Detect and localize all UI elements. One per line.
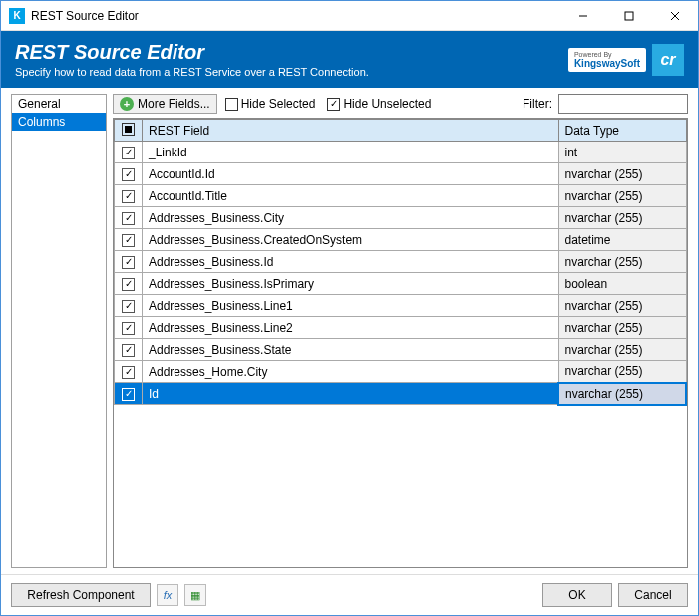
cell-rest-field: AccountId.Id	[143, 163, 559, 185]
cell-data-type[interactable]: datetime	[558, 229, 686, 251]
checkbox-icon: ✓	[122, 344, 135, 357]
cell-rest-field: Addresses_Business.City	[143, 207, 559, 229]
app-icon: K	[9, 8, 25, 24]
cell-data-type[interactable]: nvarchar (255)	[558, 185, 686, 207]
checkbox-icon: ✓	[122, 366, 135, 379]
more-fields-button[interactable]: + More Fields...	[113, 94, 217, 114]
table-row[interactable]: ✓Addresses_Business.Citynvarchar (255)	[115, 207, 687, 229]
app-window: K REST Source Editor REST Source Editor …	[0, 0, 699, 616]
maximize-button[interactable]	[606, 1, 652, 31]
titlebar: K REST Source Editor	[1, 1, 698, 31]
cell-rest-field: Addresses_Business.IsPrimary	[143, 273, 559, 295]
row-checkbox[interactable]: ✓	[115, 383, 143, 405]
row-checkbox[interactable]: ✓	[115, 295, 143, 317]
table-row[interactable]: ✓Addresses_Home.Citynvarchar (255)	[115, 361, 687, 383]
svg-rect-1	[625, 12, 633, 20]
filter-input[interactable]	[558, 94, 688, 114]
plus-icon: +	[120, 97, 134, 111]
sidebar-item-general[interactable]: General	[12, 95, 106, 113]
cell-data-type[interactable]: nvarchar (255)	[558, 317, 686, 339]
checkbox-icon: ✓	[122, 300, 135, 313]
window-controls	[560, 1, 698, 31]
close-button[interactable]	[652, 1, 698, 31]
sidebar: General Columns	[11, 94, 107, 568]
columns-grid: REST Field Data Type ✓_LinkIdint✓Account…	[113, 118, 688, 568]
cell-data-type[interactable]: nvarchar (255)	[558, 251, 686, 273]
fx-icon: fx	[164, 589, 173, 601]
row-checkbox[interactable]: ✓	[115, 317, 143, 339]
filter-label: Filter:	[523, 97, 552, 111]
cell-rest-field: Addresses_Business.Line1	[143, 295, 559, 317]
table-row[interactable]: ✓Addresses_Business.CreatedOnSystemdatet…	[115, 229, 687, 251]
cell-data-type[interactable]: int	[558, 142, 686, 163]
cell-rest-field: Addresses_Business.Line2	[143, 317, 559, 339]
cell-rest-field: Addresses_Business.CreatedOnSystem	[143, 229, 559, 251]
header-data-type[interactable]: Data Type	[558, 120, 686, 142]
kingswaysoft-logo: Powered By KingswaySoft	[568, 48, 646, 72]
minimize-button[interactable]	[560, 1, 606, 31]
expression-button[interactable]: fx	[157, 584, 178, 606]
row-checkbox[interactable]: ✓	[115, 207, 143, 229]
checkbox-icon: ✓	[122, 234, 135, 247]
table-row[interactable]: ✓AccountId.Idnvarchar (255)	[115, 163, 687, 185]
row-checkbox[interactable]: ✓	[115, 339, 143, 361]
row-checkbox[interactable]: ✓	[115, 229, 143, 251]
cell-data-type[interactable]: nvarchar (255)	[558, 207, 686, 229]
header-subtitle: Specify how to read data from a REST Ser…	[15, 66, 568, 78]
table-row[interactable]: ✓Addresses_Business.IsPrimaryboolean	[115, 273, 687, 295]
checkbox-icon: ✓	[122, 256, 135, 269]
window-title: REST Source Editor	[31, 9, 560, 23]
body: General Columns + More Fields... Hide Se…	[1, 88, 698, 574]
checkbox-icon: ✓	[122, 147, 135, 159]
cell-data-type[interactable]: nvarchar (255)	[558, 383, 686, 405]
main-panel: + More Fields... Hide Selected ✓ Hide Un…	[113, 94, 688, 568]
cell-data-type[interactable]: nvarchar (255)	[558, 163, 686, 185]
table-row[interactable]: ✓_LinkIdint	[115, 142, 687, 163]
table-row[interactable]: ✓Addresses_Business.Statenvarchar (255)	[115, 339, 687, 361]
cell-rest-field: Addresses_Business.Id	[143, 251, 559, 273]
table-row[interactable]: ✓Idnvarchar (255)	[115, 383, 687, 405]
table-row[interactable]: ✓Addresses_Business.Line2nvarchar (255)	[115, 317, 687, 339]
checkbox-icon: ✓	[122, 278, 135, 291]
row-checkbox[interactable]: ✓	[115, 251, 143, 273]
refresh-component-button[interactable]: Refresh Component	[11, 583, 151, 607]
cell-rest-field: Addresses_Home.City	[143, 361, 559, 383]
hide-selected-checkbox[interactable]: Hide Selected	[221, 97, 320, 111]
cell-rest-field: AccountId.Title	[143, 185, 559, 207]
cell-data-type[interactable]: nvarchar (255)	[558, 339, 686, 361]
sidebar-item-columns[interactable]: Columns	[12, 113, 106, 131]
checkbox-icon	[225, 98, 238, 111]
row-checkbox[interactable]: ✓	[115, 273, 143, 295]
cell-rest-field: Addresses_Business.State	[143, 339, 559, 361]
table-row[interactable]: ✓AccountId.Titlenvarchar (255)	[115, 185, 687, 207]
header-banner: REST Source Editor Specify how to read d…	[1, 31, 698, 88]
cell-rest-field: Id	[143, 383, 559, 405]
row-checkbox[interactable]: ✓	[115, 163, 143, 185]
checkbox-icon: ✓	[122, 388, 135, 401]
row-checkbox[interactable]: ✓	[115, 142, 143, 163]
checkbox-icon: ✓	[122, 212, 135, 225]
cell-rest-field: _LinkId	[143, 142, 559, 163]
row-checkbox[interactable]: ✓	[115, 185, 143, 207]
hide-unselected-checkbox[interactable]: ✓ Hide Unselected	[323, 97, 435, 111]
cell-data-type[interactable]: nvarchar (255)	[558, 295, 686, 317]
toolbar: + More Fields... Hide Selected ✓ Hide Un…	[113, 94, 688, 118]
checkbox-icon: ✓	[122, 322, 135, 335]
mapping-icon: ▦	[190, 589, 200, 602]
cell-data-type[interactable]: nvarchar (255)	[558, 361, 686, 383]
cell-data-type[interactable]: boolean	[558, 273, 686, 295]
row-checkbox[interactable]: ✓	[115, 361, 143, 383]
header-title: REST Source Editor	[15, 41, 568, 64]
checkbox-icon: ✓	[122, 168, 135, 181]
cancel-button[interactable]: Cancel	[618, 583, 688, 607]
table-row[interactable]: ✓Addresses_Business.Idnvarchar (255)	[115, 251, 687, 273]
footer: Refresh Component fx ▦ OK Cancel	[1, 574, 698, 615]
header-rest-field[interactable]: REST Field	[143, 120, 559, 142]
checkbox-icon: ✓	[122, 190, 135, 203]
ok-button[interactable]: OK	[542, 583, 612, 607]
table-row[interactable]: ✓Addresses_Business.Line1nvarchar (255)	[115, 295, 687, 317]
header-select-all[interactable]	[115, 120, 143, 142]
checkbox-icon: ✓	[327, 98, 340, 111]
cr-logo: cr	[652, 44, 684, 76]
mapping-button[interactable]: ▦	[184, 584, 206, 606]
